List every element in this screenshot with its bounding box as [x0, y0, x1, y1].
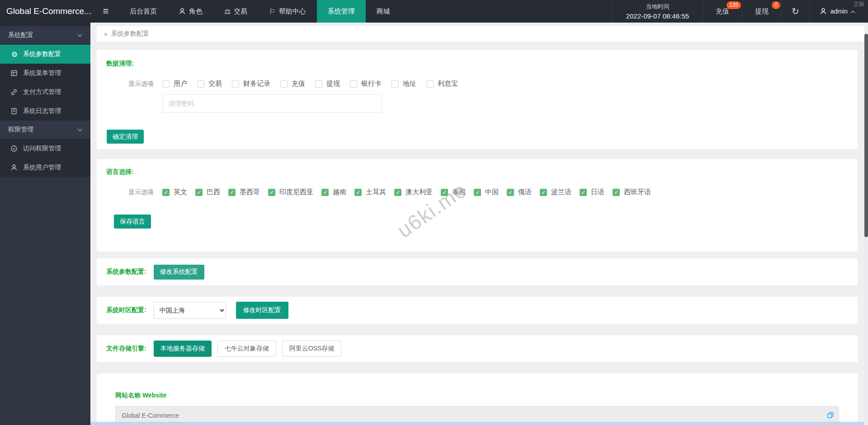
clean-password-input[interactable] — [162, 94, 382, 112]
link-icon — [10, 89, 19, 96]
lang-option-polish[interactable]: 波兰语 — [540, 188, 571, 196]
sidebar-item-system-users[interactable]: 系统用户管理 — [0, 158, 90, 177]
person-icon — [179, 8, 186, 15]
lang-option-australia[interactable]: 澳大利亚 — [394, 188, 433, 196]
lang-option-spanish[interactable]: 西班牙语 — [613, 188, 651, 196]
checkbox-checked[interactable] — [162, 189, 170, 196]
nav-item-help-center[interactable]: ⚐ 帮助中心 — [258, 0, 316, 23]
clean-option-interest[interactable]: 利息宝 — [426, 79, 458, 88]
timezone-label: 系统时区配置: — [106, 306, 146, 314]
lang-option-mexico[interactable]: 墨西哥 — [228, 188, 260, 196]
clean-option-address[interactable]: 地址 — [392, 79, 416, 88]
storage-aliyun-oss-button[interactable]: 阿里云OSS存储 — [282, 341, 342, 357]
withdraw-count-badge: 0 — [772, 1, 780, 9]
website-card: 网站名称 Website 网站名称及网站图标，将显示于浏览器的标签上 — [97, 374, 858, 425]
lang-option-english[interactable]: 英文 — [162, 188, 187, 196]
sidebar-item-system-menu[interactable]: 系统菜单管理 — [0, 64, 90, 83]
breadcrumb: » 系统参数配置 — [97, 26, 864, 42]
lang-option-brazil[interactable]: 巴西 — [195, 188, 220, 196]
withdraw-button[interactable]: 提现 0 — [742, 0, 781, 23]
language-card: 语言选择: 显示选项 英文 巴西 墨西哥 印度尼西亚 越南 土耳其 澳大利亚 泰… — [97, 159, 858, 252]
checkbox-unchecked[interactable] — [232, 80, 239, 88]
timezone-select[interactable]: 中国上海 — [154, 302, 226, 319]
checkbox-unchecked[interactable] — [426, 80, 434, 88]
nav-item-mall[interactable]: 商城 — [366, 0, 401, 23]
lang-option-thailand[interactable]: 泰国 — [441, 188, 466, 196]
checkbox-checked[interactable] — [474, 189, 481, 196]
clean-option-trades[interactable]: 交易 — [197, 79, 222, 88]
sidebar-group-permissions[interactable]: 权限管理 — [0, 121, 90, 139]
lang-option-japanese[interactable]: 日语 — [580, 188, 604, 196]
storage-label: 文件存储引擎: — [106, 345, 146, 353]
sidebar-item-payment-methods[interactable]: 支付方式管理 — [0, 83, 90, 102]
lang-option-china[interactable]: 中国 — [474, 188, 499, 196]
menu-grid-icon — [10, 70, 19, 77]
clean-option-users[interactable]: 用户 — [162, 79, 187, 88]
chevron-down-icon — [78, 32, 82, 37]
sidebar-toggle-icon[interactable]: ≡ — [93, 0, 119, 23]
nav-item-dashboard[interactable]: 后台首页 — [119, 0, 168, 23]
user-icon — [820, 8, 827, 15]
checkbox-unchecked[interactable] — [315, 80, 322, 88]
edit-system-config-button[interactable]: 修改系统配置 — [154, 265, 204, 280]
clean-option-recharge[interactable]: 充值 — [280, 79, 305, 88]
checkbox-checked[interactable] — [613, 189, 620, 196]
checkbox-checked[interactable] — [195, 189, 203, 196]
clean-option-withdraw[interactable]: 提现 — [315, 79, 340, 88]
checkbox-checked[interactable] — [228, 189, 236, 196]
log-doc-icon — [10, 107, 19, 115]
checkbox-checked[interactable] — [268, 189, 275, 196]
lang-option-vietnam[interactable]: 越南 — [321, 188, 346, 196]
nav-item-trades[interactable]: ⚖ 交易 — [213, 0, 258, 23]
lang-option-indonesia[interactable]: 印度尼西亚 — [268, 188, 313, 196]
checkbox-checked[interactable] — [321, 189, 329, 196]
sidebar-group-system-config[interactable]: 系统配置 — [0, 26, 90, 44]
save-language-button[interactable]: 保存语言 — [114, 215, 151, 229]
options-label: 显示选项 — [97, 188, 154, 196]
confirm-clean-button[interactable]: 确定清理 — [107, 130, 144, 144]
system-config-card: 系统参数配置: 修改系统配置 — [97, 258, 858, 285]
lang-option-russian[interactable]: 俄语 — [507, 188, 532, 196]
lang-option-turkey[interactable]: 土耳其 — [354, 188, 386, 196]
checkbox-unchecked[interactable] — [162, 80, 170, 88]
nav-item-system-management[interactable]: 系统管理 — [317, 0, 366, 23]
storage-qiniu-button[interactable]: 七牛云对象存储 — [217, 341, 276, 357]
recharge-button[interactable]: 充值 135 — [703, 0, 742, 23]
gear-icon: ⚙ — [10, 50, 19, 59]
breadcrumb-arrow-icon: » — [104, 30, 108, 37]
scrollbar-thumb[interactable] — [864, 34, 868, 237]
website-name-label: 网站名称 Website — [115, 392, 839, 400]
nav-item-roles[interactable]: 角色 — [168, 0, 213, 23]
checkbox-unchecked[interactable] — [197, 80, 204, 88]
data-clean-options-row: 显示选项 用户 交易 财务记录 充值 提现 银行卡 地址 利息宝 — [97, 79, 858, 88]
checkbox-unchecked[interactable] — [392, 80, 399, 88]
data-clean-title: 数据清理: — [106, 60, 858, 68]
scales-icon: ⚖ — [224, 7, 231, 16]
license-label: 正版 — [854, 0, 864, 8]
clean-option-bank-card[interactable]: 银行卡 — [350, 79, 382, 88]
language-title: 语言选择: — [106, 168, 858, 176]
edit-timezone-button[interactable]: 修改时区配置 — [236, 302, 288, 319]
topbar-right: 当地时间 2022-09-07 08:46:55 充值 135 提现 0 ↻ a… — [612, 0, 868, 23]
checkbox-checked[interactable] — [580, 189, 587, 196]
sidebar-item-system-logs[interactable]: 系统日志管理 — [0, 102, 90, 121]
clean-option-finance-records[interactable]: 财务记录 — [232, 79, 270, 88]
checkbox-unchecked[interactable] — [280, 80, 288, 88]
checkbox-checked[interactable] — [394, 189, 401, 196]
checkbox-checked[interactable] — [507, 189, 514, 196]
language-options-row: 显示选项 英文 巴西 墨西哥 印度尼西亚 越南 土耳其 澳大利亚 泰国 中国 俄… — [97, 188, 858, 196]
refresh-icon[interactable]: ↻ — [781, 0, 809, 23]
system-config-label: 系统参数配置: — [106, 268, 146, 276]
sidebar-item-access-permissions[interactable]: 访问权限管理 — [0, 139, 90, 158]
sidebar-item-system-params[interactable]: ⚙ 系统参数配置 — [0, 45, 90, 64]
storage-local-button[interactable]: 本地服务器存储 — [154, 341, 212, 357]
user-icon — [10, 164, 19, 171]
scrollbar-track[interactable] — [864, 23, 868, 425]
copy-icon[interactable] — [826, 411, 835, 420]
chevron-up-icon — [851, 10, 855, 15]
checkbox-checked[interactable] — [540, 189, 547, 196]
checkbox-checked[interactable] — [354, 189, 362, 196]
recharge-count-badge: 135 — [726, 1, 741, 9]
checkbox-checked[interactable] — [441, 189, 448, 196]
checkbox-unchecked[interactable] — [350, 80, 357, 88]
